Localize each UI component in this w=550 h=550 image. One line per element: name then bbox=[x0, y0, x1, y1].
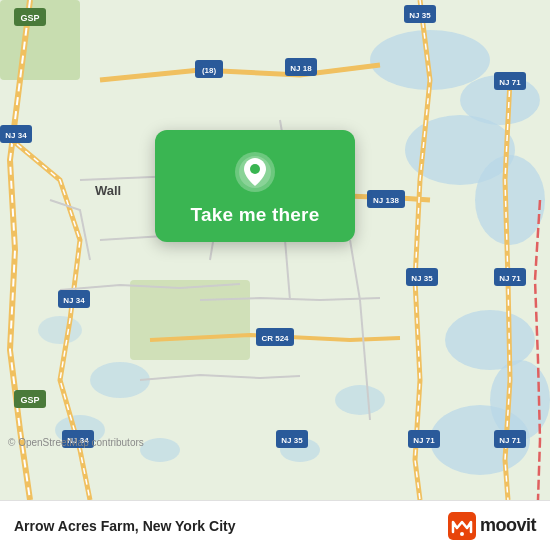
svg-text:NJ 34: NJ 34 bbox=[63, 296, 85, 305]
svg-text:NJ 71: NJ 71 bbox=[499, 78, 521, 87]
svg-text:NJ 71: NJ 71 bbox=[413, 436, 435, 445]
svg-text:GSP: GSP bbox=[20, 13, 39, 23]
svg-text:NJ 35: NJ 35 bbox=[409, 11, 431, 20]
svg-point-8 bbox=[335, 385, 385, 415]
svg-rect-16 bbox=[130, 280, 250, 360]
take-me-there-button-label: Take me there bbox=[191, 204, 320, 226]
svg-text:NJ 35: NJ 35 bbox=[281, 436, 303, 445]
location-name: Arrow Acres Farm, New York City bbox=[14, 518, 235, 534]
svg-text:GSP: GSP bbox=[20, 395, 39, 405]
moovit-brand-icon bbox=[448, 512, 476, 540]
svg-point-54 bbox=[460, 532, 464, 536]
svg-text:NJ 71: NJ 71 bbox=[499, 274, 521, 283]
svg-text:NJ 18: NJ 18 bbox=[290, 64, 312, 73]
location-pin-icon bbox=[233, 150, 277, 194]
bottom-bar: Arrow Acres Farm, New York City moovit bbox=[0, 500, 550, 550]
svg-point-4 bbox=[475, 155, 545, 245]
svg-text:(18): (18) bbox=[202, 66, 217, 75]
location-info: Arrow Acres Farm, New York City bbox=[14, 518, 235, 534]
moovit-logo[interactable]: moovit bbox=[448, 512, 536, 540]
svg-text:NJ 138: NJ 138 bbox=[373, 196, 399, 205]
map-background: GSP GSP NJ 35 NJ 18 (18) NJ 71 NJ 138 NJ… bbox=[0, 0, 550, 500]
svg-text:Wall: Wall bbox=[95, 183, 121, 198]
svg-point-14 bbox=[38, 316, 82, 344]
svg-text:NJ 71: NJ 71 bbox=[499, 436, 521, 445]
svg-text:NJ 35: NJ 35 bbox=[411, 274, 433, 283]
map-container: GSP GSP NJ 35 NJ 18 (18) NJ 71 NJ 138 NJ… bbox=[0, 0, 550, 500]
take-me-there-card[interactable]: Take me there bbox=[155, 130, 355, 242]
map-attribution: © OpenStreetMap contributors bbox=[8, 437, 144, 448]
svg-text:NJ 34: NJ 34 bbox=[5, 131, 27, 140]
svg-point-12 bbox=[140, 438, 180, 462]
svg-text:CR 524: CR 524 bbox=[261, 334, 289, 343]
svg-point-52 bbox=[250, 164, 260, 174]
moovit-brand-text: moovit bbox=[480, 515, 536, 536]
